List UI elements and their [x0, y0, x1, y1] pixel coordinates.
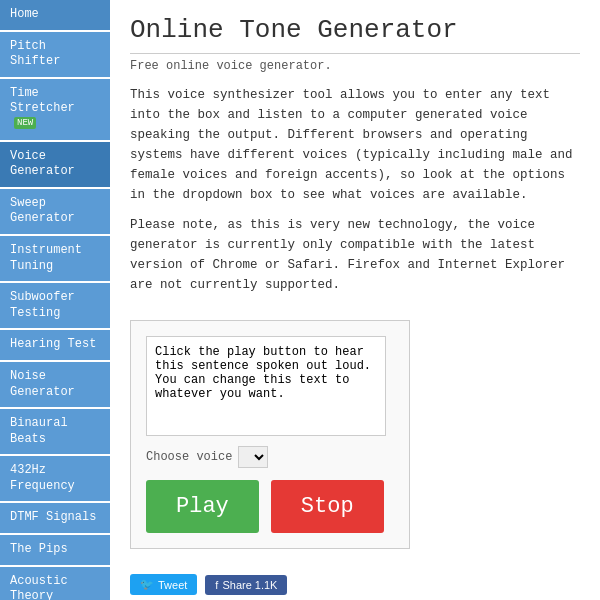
sidebar: Home Pitch Shifter Time Stretcher NEW Vo… — [0, 0, 110, 600]
sidebar-item-label: Noise Generator — [10, 369, 75, 399]
sidebar-item-label: DTMF Signals — [10, 510, 96, 524]
play-button[interactable]: Play — [146, 480, 259, 533]
sidebar-item-time-stretcher[interactable]: Time Stretcher NEW — [0, 79, 110, 140]
page-subtitle: Free online voice generator. — [130, 59, 580, 73]
sidebar-item-voice-generator[interactable]: Voice Generator — [0, 142, 110, 187]
main-content: Online Tone Generator Free online voice … — [110, 0, 600, 600]
sidebar-item-432hz-frequency[interactable]: 432Hz Frequency — [0, 456, 110, 501]
description-2: Please note, as this is very new technol… — [130, 215, 580, 295]
sidebar-item-instrument-tuning[interactable]: Instrument Tuning — [0, 236, 110, 281]
sidebar-item-label: Binaural Beats — [10, 416, 68, 446]
sidebar-item-label: Acoustic Theory — [10, 574, 68, 600]
share-button[interactable]: f Share 1.1K — [205, 575, 287, 595]
page-title: Online Tone Generator — [130, 15, 580, 54]
sidebar-item-label: Time Stretcher — [10, 86, 75, 116]
voice-row: Choose voice — [146, 446, 394, 468]
sidebar-item-label: The Pips — [10, 542, 68, 556]
sidebar-item-noise-generator[interactable]: Noise Generator — [0, 362, 110, 407]
social-row: 🐦 Tweet f Share 1.1K — [130, 574, 580, 595]
twitter-icon: 🐦 — [140, 578, 154, 591]
buttons-row: Play Stop — [146, 480, 394, 533]
share-label: Share 1.1K — [222, 579, 277, 591]
sidebar-item-label: Instrument Tuning — [10, 243, 82, 273]
voice-text-input[interactable] — [146, 336, 386, 436]
sidebar-item-label: Voice Generator — [10, 149, 75, 179]
tweet-label: Tweet — [158, 579, 187, 591]
sidebar-item-label: Home — [10, 7, 39, 21]
sidebar-item-dtmf-signals[interactable]: DTMF Signals — [0, 503, 110, 533]
sidebar-item-label: 432Hz Frequency — [10, 463, 75, 493]
facebook-icon: f — [215, 579, 218, 591]
sidebar-item-the-pips[interactable]: The Pips — [0, 535, 110, 565]
voice-select[interactable] — [238, 446, 268, 468]
voice-label: Choose voice — [146, 450, 232, 464]
tweet-button[interactable]: 🐦 Tweet — [130, 574, 197, 595]
sidebar-item-label: Subwoofer Testing — [10, 290, 75, 320]
sidebar-item-subwoofer-testing[interactable]: Subwoofer Testing — [0, 283, 110, 328]
stop-button[interactable]: Stop — [271, 480, 384, 533]
tool-box: Choose voice Play Stop — [130, 320, 410, 549]
sidebar-item-binaural-beats[interactable]: Binaural Beats — [0, 409, 110, 454]
sidebar-item-home[interactable]: Home — [0, 0, 110, 30]
sidebar-item-hearing-test[interactable]: Hearing Test — [0, 330, 110, 360]
sidebar-item-pitch-shifter[interactable]: Pitch Shifter — [0, 32, 110, 77]
sidebar-item-label: Hearing Test — [10, 337, 96, 351]
sidebar-item-sweep-generator[interactable]: Sweep Generator — [0, 189, 110, 234]
new-badge: NEW — [14, 117, 36, 129]
sidebar-item-label: Sweep Generator — [10, 196, 75, 226]
sidebar-item-acoustic-theory[interactable]: Acoustic Theory — [0, 567, 110, 600]
description-1: This voice synthesizer tool allows you t… — [130, 85, 580, 205]
sidebar-item-label: Pitch Shifter — [10, 39, 60, 69]
